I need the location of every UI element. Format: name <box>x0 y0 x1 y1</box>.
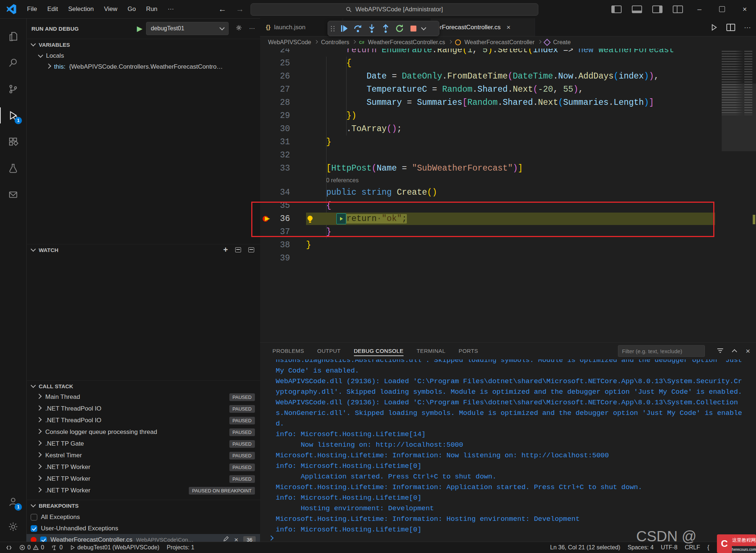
more-actions-icon[interactable]: ··· <box>249 25 255 32</box>
sidebar-item-accounts[interactable]: 1 <box>0 489 26 514</box>
projects-status[interactable]: Projects: 1 <box>163 542 198 553</box>
command-center-search[interactable]: WebAPIVSCode [Administrator] <box>251 3 538 16</box>
breadcrumb-item[interactable]: WeatherForecastController.cs <box>368 39 445 46</box>
remote-indicator[interactable] <box>2 542 16 553</box>
sidebar-item-mail[interactable] <box>0 182 26 207</box>
call-stack-row[interactable]: .NET TP WorkerPAUSED <box>26 461 260 473</box>
step-into-button[interactable] <box>366 23 377 34</box>
tab-weatherforecastcontroller[interactable]: erForecastController.cs × <box>431 18 535 36</box>
menu-item-file[interactable]: File <box>22 0 42 18</box>
code-line[interactable]: 30 .ToArray(); <box>260 122 756 136</box>
run-file-icon[interactable] <box>710 24 718 31</box>
variables-section-header[interactable]: VARIABLES <box>26 39 260 50</box>
call-stack-row[interactable]: .NET ThreadPool IOPAUSED <box>26 403 260 415</box>
debug-console-output[interactable]: nsions.Diagnostics.Abstractions.dll'. Sk… <box>260 359 756 542</box>
toggle-panel-icon[interactable] <box>632 5 642 13</box>
menu-item-go[interactable]: Go <box>122 0 141 18</box>
back-arrow-icon[interactable]: ← <box>218 4 226 14</box>
toggle-primary-sidebar-icon[interactable] <box>611 5 622 13</box>
forward-arrow-icon[interactable]: → <box>236 4 244 14</box>
call-stack-row[interactable]: .NET TP GatePAUSED <box>26 438 260 450</box>
call-stack-section-header[interactable]: CALL STACK <box>26 380 260 392</box>
close-button[interactable]: × <box>733 0 756 18</box>
menu-item-view[interactable]: View <box>99 0 123 18</box>
code-line[interactable]: 37 } <box>260 225 756 239</box>
editor-gutter[interactable]: 39 <box>260 252 306 265</box>
editor-gutter[interactable]: 31 <box>260 136 306 149</box>
continue-button[interactable] <box>339 23 350 34</box>
editor-gutter[interactable]: 30 <box>260 122 306 136</box>
editor-gutter[interactable]: 38 <box>260 239 306 252</box>
editor-gutter[interactable]: 26 <box>260 70 306 83</box>
close-panel-icon[interactable]: × <box>746 347 750 355</box>
editor-gutter[interactable]: 33 <box>260 162 306 175</box>
call-stack-row[interactable]: .NET TP WorkerPAUSED <box>26 473 260 485</box>
editor-gutter[interactable]: 28 <box>260 96 306 109</box>
panel-tab-debug-console[interactable]: DEBUG CONSOLE <box>354 343 404 359</box>
call-stack-row[interactable]: Kestrel TimerPAUSED <box>26 450 260 461</box>
code-line[interactable]: 35 { <box>260 199 756 212</box>
code-line[interactable]: 33 [HttpPost(Name = "SubWeatherForecast"… <box>260 162 756 175</box>
panel-tab-problems[interactable]: PROBLEMS <box>272 343 304 359</box>
code-line[interactable]: 32 <box>260 149 756 162</box>
code-line[interactable]: 28 Summary = Summaries[Random.Shared.Nex… <box>260 96 756 109</box>
restart-button[interactable] <box>394 23 405 34</box>
breakpoints-section-header[interactable]: BREAKPOINTS <box>26 500 260 511</box>
minimap-slider[interactable] <box>722 84 756 151</box>
editor-gutter[interactable]: 29 <box>260 109 306 122</box>
code-line[interactable]: 29 }) <box>260 109 756 122</box>
filter-icon[interactable] <box>717 348 723 354</box>
debug-toolbar-dropdown-icon[interactable] <box>421 25 426 30</box>
debug-session-status[interactable]: debugTest01 (WebAPIVSCode) <box>66 542 163 553</box>
add-watch-expression-icon[interactable]: + <box>223 246 228 254</box>
editor-more-actions-icon[interactable]: ··· <box>744 23 751 31</box>
step-over-button[interactable] <box>352 23 363 34</box>
lightbulb-icon[interactable] <box>306 215 316 224</box>
code-line[interactable]: 27 TemperatureC = Random.Shared.Next(-20… <box>260 83 756 96</box>
debug-settings-gear-icon[interactable] <box>235 24 243 33</box>
code-line[interactable]: 38} <box>260 239 756 252</box>
console-filter-input[interactable] <box>618 345 705 357</box>
drag-handle-icon[interactable] <box>331 26 335 31</box>
sidebar-item-extensions[interactable] <box>0 129 26 154</box>
sidebar-item-run-and-debug[interactable]: 1 <box>0 103 26 128</box>
maximize-button[interactable] <box>711 0 733 18</box>
call-stack-row[interactable]: .NET TP WorkerPAUSED ON BREAKPOINT <box>26 485 260 496</box>
breakpoint-row[interactable]: WeatherForecastController.csWebAPIVSCode… <box>26 534 260 542</box>
editor-gutter[interactable]: 35 <box>260 199 306 212</box>
breakpoint-checkbox[interactable] <box>40 537 47 542</box>
variables-this-row[interactable]: this: {WebAPI​VSCode.Controllers.Weather… <box>26 61 260 72</box>
minimize-button[interactable]: – <box>688 0 711 18</box>
split-editor-icon[interactable] <box>726 24 735 31</box>
breakpoint-row[interactable]: All Exceptions <box>26 511 260 523</box>
stop-button[interactable] <box>408 23 419 34</box>
edit-breakpoint-icon[interactable] <box>223 536 229 542</box>
language-mode-status[interactable]: { <box>704 542 713 553</box>
remove-all-watch-icon[interactable] <box>248 247 254 252</box>
customize-layout-icon[interactable] <box>673 5 683 13</box>
menu-item-moremoremore[interactable]: ··· <box>163 0 179 18</box>
console-input-prompt-icon[interactable] <box>268 535 274 541</box>
code-line[interactable]: 39 <box>260 252 756 265</box>
sidebar-item-testing[interactable] <box>0 156 26 181</box>
editor-gutter[interactable]: 37 <box>260 225 306 239</box>
code-line[interactable]: 26 Date = DateOnly.FromDateTime(DateTime… <box>260 70 756 83</box>
code-line[interactable]: 25 { <box>260 57 756 70</box>
breakpoint-checkbox[interactable] <box>31 525 37 532</box>
editor-gutter[interactable]: 32 <box>260 149 306 162</box>
code-line[interactable]: 34 public string Create() <box>260 186 756 199</box>
menu-item-edit[interactable]: Edit <box>42 0 63 18</box>
variables-locals-row[interactable]: Locals <box>26 50 260 61</box>
close-tab-icon[interactable]: × <box>507 23 511 31</box>
remove-breakpoint-icon[interactable]: × <box>234 536 238 542</box>
sidebar-item-search[interactable] <box>0 50 26 75</box>
menu-item-selection[interactable]: Selection <box>63 0 99 18</box>
step-out-button[interactable] <box>380 23 391 34</box>
watch-section-header[interactable]: WATCH + <box>26 244 260 255</box>
menu-item-run[interactable]: Run <box>141 0 163 18</box>
start-debugging-icon[interactable]: ▶ <box>137 24 142 33</box>
code-line[interactable]: 24 return Enumerable.Range(1, 5).Select(… <box>260 49 756 57</box>
breakpoint-row[interactable]: User-Unhandled Exceptions <box>26 523 260 534</box>
code-line[interactable]: 31 } <box>260 136 756 149</box>
collapse-all-icon[interactable] <box>235 247 241 252</box>
